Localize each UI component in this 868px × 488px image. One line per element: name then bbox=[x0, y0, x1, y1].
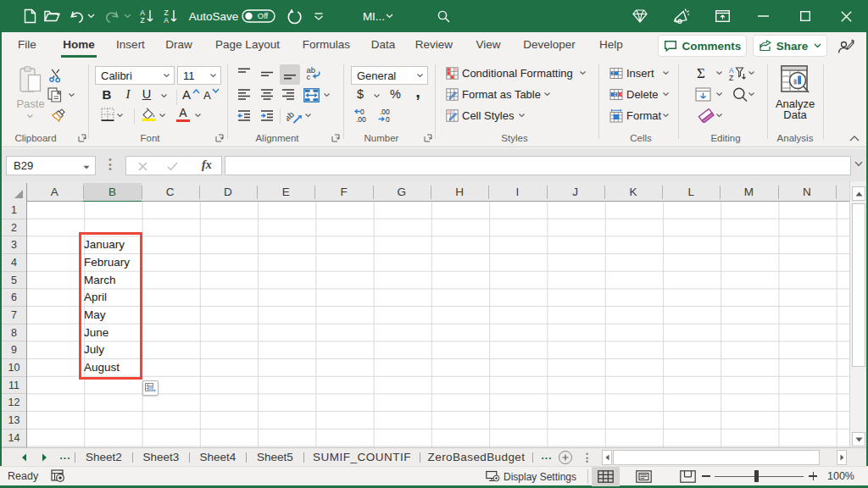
svg-text:0: 0 bbox=[386, 115, 390, 124]
svg-text:Z: Z bbox=[140, 16, 144, 24]
svg-text:c: c bbox=[307, 72, 311, 80]
svg-text:Off: Off bbox=[258, 11, 269, 20]
svg-text:.00: .00 bbox=[356, 115, 366, 124]
svg-text:A: A bbox=[164, 16, 169, 24]
svg-text:ab: ab bbox=[287, 109, 296, 123]
svg-text:Z: Z bbox=[729, 74, 733, 81]
